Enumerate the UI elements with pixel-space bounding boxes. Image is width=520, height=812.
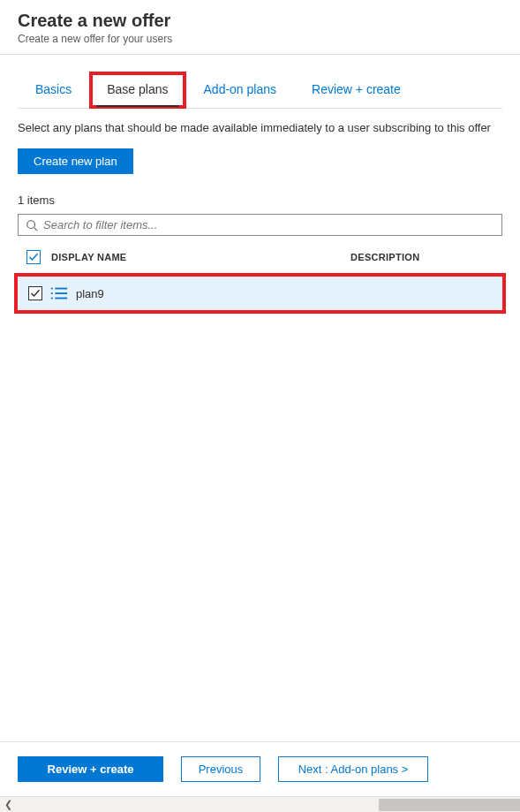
tab-addon-plans[interactable]: Add-on plans <box>186 72 295 109</box>
svg-point-0 <box>27 220 35 228</box>
scroll-thumb[interactable] <box>379 799 520 811</box>
review-create-button[interactable]: Review + create <box>18 756 163 782</box>
horizontal-scrollbar[interactable]: ❮ <box>0 796 520 812</box>
check-icon <box>30 288 41 299</box>
select-all-checkbox[interactable] <box>26 250 41 264</box>
row-checkbox[interactable] <box>28 286 42 300</box>
page-header: Create a new offer Create a new offer fo… <box>0 0 520 55</box>
previous-button[interactable]: Previous <box>181 756 260 782</box>
svg-line-1 <box>34 227 38 231</box>
search-icon <box>26 219 38 231</box>
tabs: Basics Base plans Add-on plans Review + … <box>18 71 502 109</box>
create-new-plan-button[interactable]: Create new plan <box>18 148 133 174</box>
search-box[interactable] <box>18 214 502 236</box>
search-input[interactable] <box>43 218 494 231</box>
tab-review-create[interactable]: Review + create <box>294 72 418 109</box>
page-title: Create a new offer <box>18 11 502 31</box>
tab-basics[interactable]: Basics <box>18 72 89 109</box>
next-button[interactable]: Next : Add-on plans > <box>278 756 428 782</box>
tab-base-plans[interactable]: Base plans <box>89 72 185 109</box>
tabs-container: Basics Base plans Add-on plans Review + … <box>0 55 520 109</box>
scroll-left-icon[interactable]: ❮ <box>0 797 16 813</box>
footer: Review + create Previous Next : Add-on p… <box>0 741 520 796</box>
main-content: Select any plans that should be made ava… <box>0 109 520 741</box>
column-description[interactable]: DESCRIPTION <box>350 252 502 262</box>
table-row[interactable]: plan9 <box>18 277 502 310</box>
column-display-name[interactable]: DISPLAY NAME <box>46 252 350 262</box>
plan-name: plan9 <box>76 287 104 300</box>
page-subtitle: Create a new offer for your users <box>18 33 502 45</box>
plan-icon <box>49 285 69 301</box>
highlighted-row-wrap: plan9 <box>14 273 506 314</box>
check-icon <box>28 252 39 262</box>
description-text: Select any plans that should be made ava… <box>18 121 502 134</box>
items-count: 1 items <box>18 194 502 207</box>
table-header: DISPLAY NAME DESCRIPTION <box>18 243 502 271</box>
